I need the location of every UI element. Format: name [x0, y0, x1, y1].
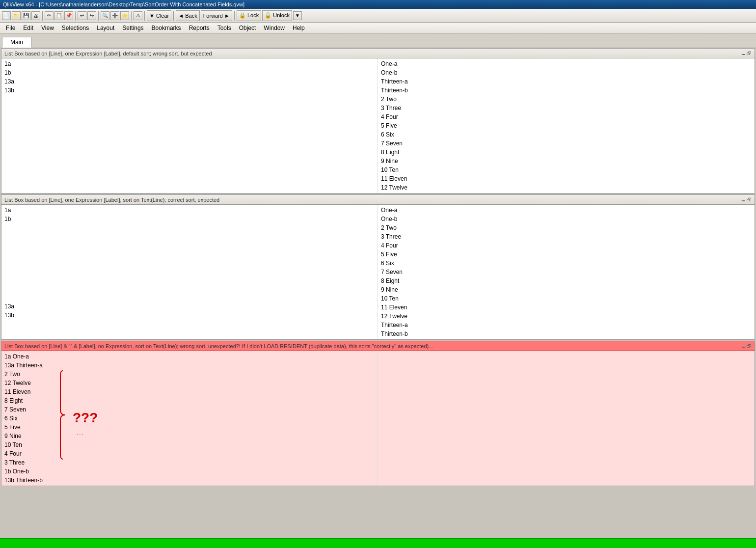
listbox-right-2: One-a One-b 2 Two 3 Three 4 Four 5 Five … — [378, 205, 755, 339]
maximize-icon-1[interactable]: 🗗 — [747, 51, 752, 56]
list-item[interactable]: 1a — [3, 206, 376, 215]
list-item[interactable]: 13b — [3, 311, 376, 320]
list-item[interactable]: 4 Four — [3, 449, 376, 458]
list-item[interactable]: 8 Eight — [3, 396, 376, 405]
list-item[interactable]: 1a — [3, 59, 376, 68]
list-item[interactable]: 12 Twelve — [380, 183, 753, 192]
list-item[interactable]: One-b — [380, 215, 753, 223]
list-item[interactable]: 4 Four — [380, 241, 753, 250]
unlock-button[interactable]: 🔓 Unlock — [262, 10, 292, 21]
listbox-header-3-icons: 🗕 🗗 — [741, 343, 752, 349]
list-item[interactable]: 9 Nine — [380, 157, 753, 165]
list-item[interactable]: 1b — [3, 68, 376, 77]
menu-file[interactable]: File — [2, 23, 19, 33]
list-item[interactable]: 1b — [3, 215, 376, 223]
list-item[interactable]: 7 Seven — [380, 139, 753, 148]
list-item[interactable]: 13b Thirteen-b — [3, 476, 376, 485]
list-item[interactable]: 2 Two — [380, 95, 753, 104]
list-item[interactable]: 6 Six — [380, 259, 753, 268]
tab-main[interactable]: Main — [2, 37, 31, 48]
tab-main-label: Main — [10, 39, 23, 46]
menu-reports[interactable]: Reports — [185, 23, 214, 33]
list-item[interactable]: 11 Eleven — [3, 387, 376, 396]
list-item[interactable]: 3 Three — [380, 232, 753, 241]
list-item[interactable]: 3 Three — [380, 104, 753, 112]
list-item[interactable]: 10 Ten — [380, 294, 753, 303]
edit-icon[interactable]: ✏ — [45, 11, 54, 20]
maximize-icon-3[interactable]: 🗗 — [747, 343, 752, 349]
list-item[interactable]: One-a — [380, 59, 753, 68]
list-item[interactable]: 10 Ten — [3, 440, 376, 449]
print-icon[interactable]: 🖨 — [31, 11, 40, 20]
forward-button[interactable]: Forward ► — [201, 10, 232, 21]
maximize-icon-2[interactable]: 🗗 — [747, 197, 752, 202]
search-icon[interactable]: 🔍 — [101, 11, 109, 20]
open-icon[interactable]: 📁 — [12, 11, 21, 20]
clear-button[interactable]: ▼ Clear — [147, 10, 171, 21]
list-item[interactable]: 9 Nine — [3, 432, 376, 440]
list-item[interactable]: 1b One-b — [3, 467, 376, 476]
list-item[interactable]: 13a — [3, 77, 376, 86]
list-item[interactable]: Thirteen-b — [380, 329, 753, 338]
list-item[interactable]: Thirteen-a — [380, 321, 753, 329]
list-item[interactable]: Thirteen-b — [380, 86, 753, 95]
list-item[interactable]: 12 Twelve — [3, 379, 376, 387]
list-item[interactable]: 6 Six — [380, 130, 753, 139]
redo-icon[interactable]: ↪ — [87, 11, 96, 20]
new-icon[interactable]: 📄 — [2, 11, 11, 20]
list-item[interactable]: 3 Three — [3, 458, 376, 467]
menu-tools[interactable]: Tools — [214, 23, 235, 33]
menu-settings[interactable]: Settings — [118, 23, 147, 33]
menu-object[interactable]: Object — [235, 23, 260, 33]
list-item[interactable]: 4 Four — [380, 112, 753, 121]
minimize-icon-1[interactable]: 🗕 — [741, 51, 746, 56]
minimize-icon-2[interactable]: 🗕 — [741, 197, 746, 202]
add-icon[interactable]: ➕ — [110, 11, 119, 20]
dropdown-icon[interactable]: ▼ — [293, 11, 302, 20]
list-item[interactable]: Thirteen-a — [380, 77, 753, 86]
listbox-content-2: 1a 1b 13a 13b One-a One-b 2 Two 3 Three … — [1, 205, 755, 339]
paste-icon[interactable]: 📌 — [64, 11, 73, 20]
list-item[interactable]: 7 Seven — [3, 405, 376, 414]
copy-icon[interactable]: 📋 — [54, 11, 63, 20]
lock-button[interactable]: 🔒 Lock — [237, 10, 261, 21]
menu-selections[interactable]: Selections — [58, 23, 93, 33]
list-item[interactable]: 13b — [3, 86, 376, 95]
list-item[interactable]: 1a One-a — [3, 352, 376, 361]
list-item[interactable]: 5 Five — [3, 423, 376, 432]
listbox-panel-1: List Box based on [Line], one Expression… — [1, 48, 755, 193]
list-item[interactable]: 8 Eight — [380, 148, 753, 157]
list-item[interactable]: 13a — [3, 302, 376, 311]
menu-view[interactable]: View — [37, 23, 58, 33]
listbox-header-2-icons: 🗕 🗗 — [741, 197, 752, 202]
list-item[interactable]: 12 Twelve — [380, 312, 753, 321]
list-item[interactable]: One-a — [380, 206, 753, 215]
list-item[interactable]: 7 Seven — [380, 268, 753, 276]
menu-bookmarks[interactable]: Bookmarks — [148, 23, 185, 33]
list-item[interactable]: 9 Nine — [380, 285, 753, 294]
list-item[interactable]: 5 Five — [380, 250, 753, 259]
save-icon[interactable]: 💾 — [22, 11, 30, 20]
star-icon[interactable]: ⭐ — [120, 11, 129, 20]
minimize-icon-3[interactable]: 🗕 — [741, 343, 746, 349]
menu-help[interactable]: Help — [289, 23, 309, 33]
list-item[interactable]: 11 Eleven — [380, 174, 753, 183]
list-item[interactable]: 11 Eleven — [380, 303, 753, 312]
list-item[interactable]: One-b — [380, 68, 753, 77]
list-item[interactable]: 6 Six — [3, 414, 376, 423]
list-item[interactable]: 13a Thirteen-a — [3, 361, 376, 370]
toolbar: 📄 📁 💾 🖨 ✏ 📋 📌 ↩ ↪ 🔍 ➕ ⭐ ⚠ ▼ Clear ◄ Back… — [0, 9, 756, 23]
listbox-content-1: 1a 1b 13a 13b One-a One-b Thirteen-a Thi… — [1, 58, 755, 193]
menu-window[interactable]: Window — [260, 23, 289, 33]
menu-layout[interactable]: Layout — [93, 23, 118, 33]
list-item[interactable]: 5 Five — [380, 121, 753, 130]
list-item[interactable]: 2 Two — [380, 223, 753, 232]
undo-icon[interactable]: ↩ — [78, 11, 86, 20]
listbox-header-2: List Box based on [Line], one Expression… — [1, 195, 755, 205]
list-item[interactable]: 2 Two — [3, 370, 376, 379]
list-item[interactable]: 10 Ten — [380, 165, 753, 174]
back-button[interactable]: ◄ Back — [176, 10, 199, 21]
list-item[interactable]: 8 Eight — [380, 276, 753, 285]
menu-edit[interactable]: Edit — [19, 23, 37, 33]
alert-icon[interactable]: ⚠ — [134, 11, 142, 20]
